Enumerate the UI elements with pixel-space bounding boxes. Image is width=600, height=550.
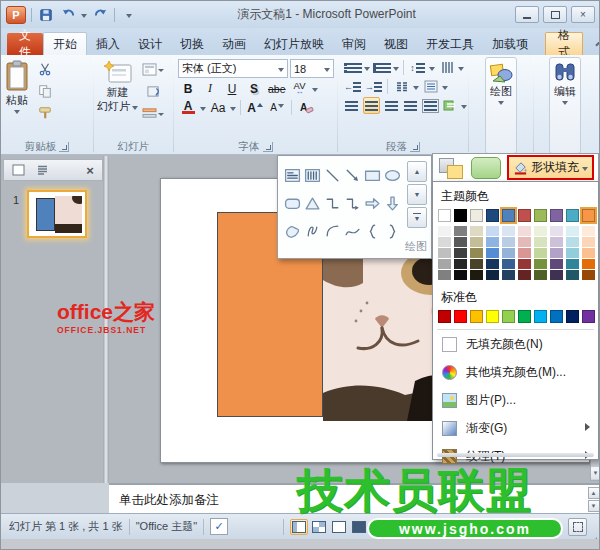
theme-variant-swatch[interactable] — [518, 248, 531, 259]
reset-button[interactable] — [142, 82, 164, 100]
shape-arrow-icon[interactable] — [342, 161, 362, 189]
theme-color-swatch[interactable] — [550, 209, 563, 222]
outline-tab[interactable] — [34, 163, 50, 177]
theme-color-swatch[interactable] — [518, 209, 531, 222]
paragraph-dialog-launcher[interactable] — [410, 142, 420, 152]
theme-variant-swatch[interactable] — [438, 270, 451, 281]
tab-format-contextual[interactable]: 格式 — [545, 32, 583, 55]
font-color-button[interactable]: A — [178, 99, 198, 116]
smartart-caret[interactable] — [461, 105, 467, 109]
standard-color-swatch[interactable] — [502, 310, 515, 323]
columns-caret[interactable] — [413, 86, 419, 90]
notes-scroll-down-button[interactable]: ▼ — [588, 500, 600, 512]
columns-button[interactable] — [392, 78, 411, 95]
shape-textbox-horizontal-icon[interactable] — [282, 161, 302, 189]
editing-menu-button[interactable]: 编辑 — [549, 57, 581, 154]
text-shadow-button[interactable]: S — [244, 80, 264, 97]
theme-variant-swatch[interactable] — [470, 237, 483, 248]
theme-variant-swatch[interactable] — [502, 270, 515, 281]
fill-menu-item-no-fill[interactable]: 无填充颜色(N) — [433, 330, 598, 358]
slide-thumbnail[interactable] — [27, 190, 87, 238]
theme-variant-swatch[interactable] — [470, 259, 483, 270]
gallery-scroll-up-button[interactable]: ▲ — [407, 161, 427, 182]
theme-variant-swatch[interactable] — [534, 237, 547, 248]
tab-slideshow[interactable]: 幻灯片放映 — [255, 33, 333, 55]
change-case-button[interactable]: Aa — [208, 99, 228, 116]
theme-variant-swatch[interactable] — [518, 237, 531, 248]
theme-color-swatch[interactable] — [566, 209, 579, 222]
shape-freeform-icon[interactable] — [282, 217, 302, 245]
tab-review[interactable]: 审阅 — [333, 33, 375, 55]
notes-placeholder[interactable]: 单击此处添加备注 — [119, 492, 219, 509]
align-left-button[interactable] — [343, 97, 361, 114]
theme-variant-swatch[interactable] — [486, 259, 499, 270]
distribute-button[interactable] — [422, 97, 440, 114]
theme-variant-swatch[interactable] — [502, 226, 515, 237]
restore-button[interactable] — [543, 6, 567, 23]
theme-variant-swatch[interactable] — [502, 259, 515, 270]
shape-oval-icon[interactable] — [382, 161, 402, 189]
clipboard-dialog-launcher[interactable] — [59, 142, 69, 152]
theme-variant-swatch[interactable] — [582, 259, 595, 270]
font-family-combo[interactable]: 宋体 (正文) — [178, 59, 288, 78]
minimize-button[interactable] — [515, 6, 539, 23]
underline-button[interactable]: U — [222, 80, 242, 97]
grow-font-button[interactable]: A — [245, 99, 265, 116]
close-button[interactable]: × — [571, 6, 595, 23]
text-direction-button[interactable] — [437, 59, 456, 76]
standard-color-swatch[interactable] — [454, 310, 467, 323]
theme-variant-swatch[interactable] — [438, 259, 451, 270]
theme-variant-swatch[interactable] — [470, 226, 483, 237]
undo-button[interactable] — [59, 6, 77, 23]
new-slide-button[interactable]: 新建 幻灯片 — [95, 57, 140, 140]
fill-menu-item-more-fill-colors[interactable]: 其他填充颜色(M)... — [433, 358, 598, 386]
font-color-caret[interactable] — [200, 107, 206, 111]
theme-variant-swatch[interactable] — [486, 270, 499, 281]
shape-rectangle-icon[interactable] — [362, 161, 382, 189]
align-center-button[interactable] — [363, 97, 381, 114]
tab-design[interactable]: 设计 — [129, 33, 171, 55]
copy-button[interactable] — [34, 82, 56, 100]
decrease-indent-button[interactable]: ← — [343, 78, 362, 95]
theme-variant-swatch[interactable] — [534, 226, 547, 237]
normal-view-button[interactable] — [290, 519, 308, 535]
save-button[interactable] — [37, 6, 55, 23]
undo-dropdown-caret[interactable] — [81, 14, 87, 18]
theme-variant-swatch[interactable] — [470, 248, 483, 259]
change-case-caret[interactable] — [230, 107, 236, 111]
theme-variant-swatch[interactable] — [470, 270, 483, 281]
standard-color-swatch[interactable] — [566, 310, 579, 323]
theme-variant-swatch[interactable] — [486, 226, 499, 237]
align-right-button[interactable] — [382, 97, 400, 114]
theme-color-swatch[interactable] — [470, 209, 483, 222]
tab-animations[interactable]: 动画 — [213, 33, 255, 55]
paste-button[interactable]: 粘贴 — [2, 57, 32, 140]
theme-variant-swatch[interactable] — [550, 226, 563, 237]
theme-color-swatch[interactable] — [502, 209, 515, 222]
gallery-scroll-down-button[interactable]: ▼ — [407, 184, 427, 205]
numbering-button[interactable] — [372, 59, 391, 76]
theme-variant-swatch[interactable] — [582, 270, 595, 281]
shape-block-arrow-right-icon[interactable] — [362, 189, 382, 217]
gallery-more-button[interactable]: ▼ — [407, 207, 427, 228]
convert-smartart-button[interactable] — [441, 97, 459, 114]
theme-variant-swatch[interactable] — [550, 259, 563, 270]
shape-elbow-arrow-connector-icon[interactable] — [342, 189, 362, 217]
standard-color-swatch[interactable] — [582, 310, 595, 323]
bullets-caret[interactable] — [364, 67, 370, 71]
close-pane-button[interactable]: × — [82, 163, 98, 177]
redo-button[interactable] — [91, 6, 109, 23]
theme-color-swatch[interactable] — [582, 209, 595, 222]
quick-styles-icon[interactable] — [471, 157, 501, 179]
shape-triangle-icon[interactable] — [302, 189, 322, 217]
slideshow-view-button[interactable] — [350, 519, 368, 535]
theme-variant-swatch[interactable] — [534, 259, 547, 270]
theme-name[interactable]: "Office 主题" — [136, 519, 197, 534]
theme-variant-swatch[interactable] — [550, 248, 563, 259]
theme-variant-swatch[interactable] — [486, 248, 499, 259]
theme-variant-swatch[interactable] — [566, 248, 579, 259]
standard-color-swatch[interactable] — [550, 310, 563, 323]
tab-insert[interactable]: 插入 — [87, 33, 129, 55]
shape-scribble-icon[interactable] — [302, 217, 322, 245]
theme-variant-swatch[interactable] — [566, 226, 579, 237]
